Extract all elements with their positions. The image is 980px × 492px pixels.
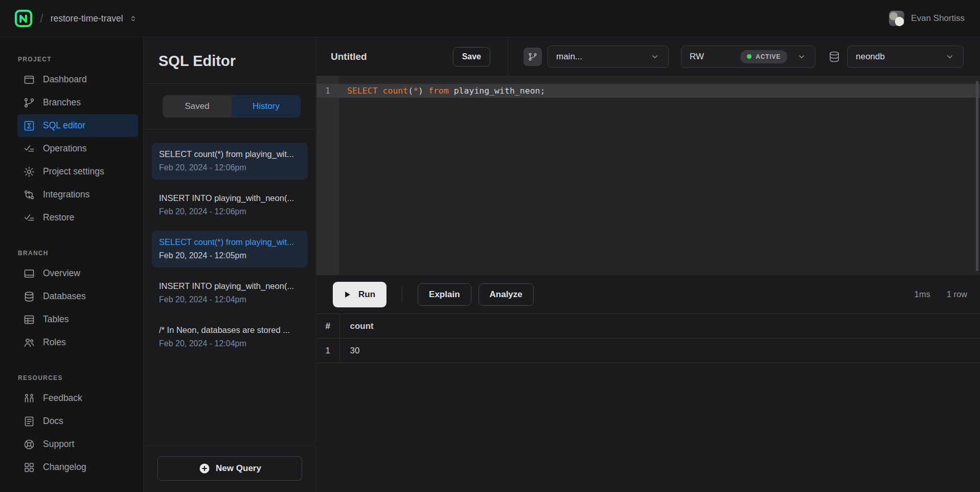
code-line[interactable]: 1SELECT count(*) from playing_with_neon;: [316, 84, 980, 98]
divider: [402, 287, 402, 302]
compute-dropdown[interactable]: RW ACTIVE: [681, 46, 815, 68]
breadcrumb-separator: /: [40, 11, 43, 26]
new-query-button[interactable]: New Query: [157, 456, 302, 481]
history-item-query: INSERT INTO playing_with_neon(...: [159, 192, 301, 204]
document-title: Untitled: [331, 51, 367, 62]
user-menu[interactable]: Evan Shortiss: [889, 11, 965, 26]
history-item[interactable]: INSERT INTO playing_with_neon(... Feb 20…: [152, 275, 308, 311]
database-select-group: neondb: [828, 46, 964, 68]
roles-icon: [23, 337, 35, 349]
docs-icon: [23, 415, 35, 428]
history-item-query: SELECT count(*) from playing_wit...: [159, 236, 301, 248]
compute-label: RW: [690, 52, 704, 62]
sidebar-item-support[interactable]: Support: [17, 433, 138, 456]
plus-circle-icon: [198, 462, 211, 475]
query-panel-footer: New Query: [144, 445, 315, 492]
sidebar-item-restore[interactable]: Restore: [17, 206, 138, 229]
support-icon: [23, 438, 35, 451]
editor-gutter: [316, 76, 339, 275]
history-item[interactable]: INSERT INTO playing_with_neon(... Feb 20…: [152, 187, 308, 223]
new-query-label: New Query: [216, 463, 261, 474]
sidebar-section: BRANCH Overview Databases Tables Roles: [0, 250, 143, 354]
sidebar-item-project-settings[interactable]: Project settings: [17, 160, 138, 183]
history-item-query: /* In Neon, databases are stored ...: [159, 324, 301, 336]
sidebar-item-databases[interactable]: Databases: [17, 285, 138, 308]
sidebar-item-label: Overview: [43, 268, 80, 279]
sidebar-item-label: Support: [43, 439, 74, 450]
query-panel: SQL Editor Saved History SELECT count(*)…: [144, 37, 316, 492]
analyze-button[interactable]: Analyze: [478, 283, 534, 306]
history-item[interactable]: /* In Neon, databases are stored ... Feb…: [152, 319, 308, 355]
editor-header: Untitled Save main... RW: [316, 37, 980, 76]
sidebar-item-label: Changelog: [43, 462, 86, 473]
git-branch-icon: [23, 97, 35, 109]
section-items: Overview Databases Tables Roles: [0, 262, 143, 354]
sidebar-item-branches[interactable]: Branches: [17, 91, 138, 114]
sidebar-item-sql-editor[interactable]: SQL editor: [17, 114, 138, 137]
branch-dropdown-value: main...: [556, 52, 582, 62]
chevron-down-icon: [945, 52, 955, 62]
results-column-header: count: [339, 314, 980, 339]
sidebar-item-label: Docs: [43, 416, 63, 427]
run-button[interactable]: Run: [333, 282, 386, 307]
status-text: ACTIVE: [756, 53, 781, 60]
neon-logo-icon: [14, 9, 33, 28]
user-name: Evan Shortiss: [911, 13, 965, 24]
project-switcher[interactable]: restore-time-travel: [51, 13, 138, 24]
sidebar-item-operations[interactable]: Operations: [17, 137, 138, 160]
changelog-icon: [23, 461, 35, 474]
history-item-query: INSERT INTO playing_with_neon(...: [159, 280, 301, 292]
sidebar-item-integrations[interactable]: Integrations: [17, 183, 138, 206]
topbar: / restore-time-travel Evan Shortiss: [0, 0, 980, 37]
sidebar-item-feedback[interactable]: Feedback: [17, 387, 138, 410]
history-list: SELECT count(*) from playing_wit... Feb …: [144, 129, 315, 445]
sidebar-item-roles[interactable]: Roles: [17, 331, 138, 354]
sidebar-item-label: Operations: [43, 143, 87, 154]
sidebar-item-overview[interactable]: Overview: [17, 262, 138, 285]
sidebar-item-label: Restore: [43, 212, 74, 223]
neon-logo[interactable]: [14, 9, 33, 28]
save-button[interactable]: Save: [453, 47, 490, 66]
user-avatar: [889, 11, 904, 26]
project-name: restore-time-travel: [51, 13, 123, 24]
database-icon: [23, 290, 35, 303]
history-item-date: Feb 20, 2024 - 12:04pm: [159, 338, 301, 349]
overview-icon: [23, 267, 35, 280]
code-editor[interactable]: 1SELECT count(*) from playing_with_neon;: [316, 76, 980, 275]
query-toolbar: Run Explain Analyze 1ms 1 row: [316, 275, 980, 314]
query-stats: 1ms 1 row: [914, 289, 967, 299]
history-item-date: Feb 20, 2024 - 12:06pm: [159, 206, 301, 217]
status-dot: [747, 54, 751, 59]
tab-saved[interactable]: Saved: [163, 95, 232, 118]
explain-button[interactable]: Explain: [418, 283, 471, 306]
tab-history[interactable]: History: [232, 95, 301, 118]
sidebar-item-tables[interactable]: Tables: [17, 308, 138, 331]
sidebar-item-label: Branches: [43, 97, 81, 108]
sidebar-item-label: Project settings: [43, 166, 104, 177]
sidebar-item-dashboard[interactable]: Dashboard: [17, 68, 138, 91]
saved-history-tabs: Saved History: [163, 95, 301, 118]
section-items: Dashboard Branches SQL editor Operations…: [0, 68, 143, 229]
editor-scrollbar[interactable]: [976, 81, 978, 271]
selector-chevrons-icon: [128, 14, 138, 24]
branch-dropdown[interactable]: main...: [548, 46, 669, 68]
results-cell: 1: [316, 339, 339, 363]
database-dropdown[interactable]: neondb: [847, 46, 964, 68]
connection-group: main... RW ACTIVE: [508, 37, 980, 76]
chevron-down-icon: [650, 52, 660, 62]
history-item[interactable]: SELECT count(*) from playing_wit... Feb …: [152, 231, 308, 267]
sidebar-item-docs[interactable]: Docs: [17, 410, 138, 433]
sidebar-section: RESOURCES Feedback Docs Support Changelo…: [0, 374, 143, 479]
results-column-header: #: [316, 314, 339, 339]
query-row-count: 1 row: [947, 289, 967, 299]
query-duration: 1ms: [914, 289, 930, 299]
main-area: Untitled Save main... RW: [316, 37, 980, 492]
sql-editor-icon: [23, 120, 35, 132]
dashboard-icon: [23, 74, 35, 86]
page-title: SQL Editor: [144, 37, 315, 83]
history-item[interactable]: SELECT count(*) from playing_wit... Feb …: [152, 143, 308, 180]
play-icon: [342, 289, 352, 300]
section-label: BRANCH: [0, 250, 143, 257]
sidebar-item-changelog[interactable]: Changelog: [17, 456, 138, 479]
git-branch-icon[interactable]: [523, 48, 542, 66]
